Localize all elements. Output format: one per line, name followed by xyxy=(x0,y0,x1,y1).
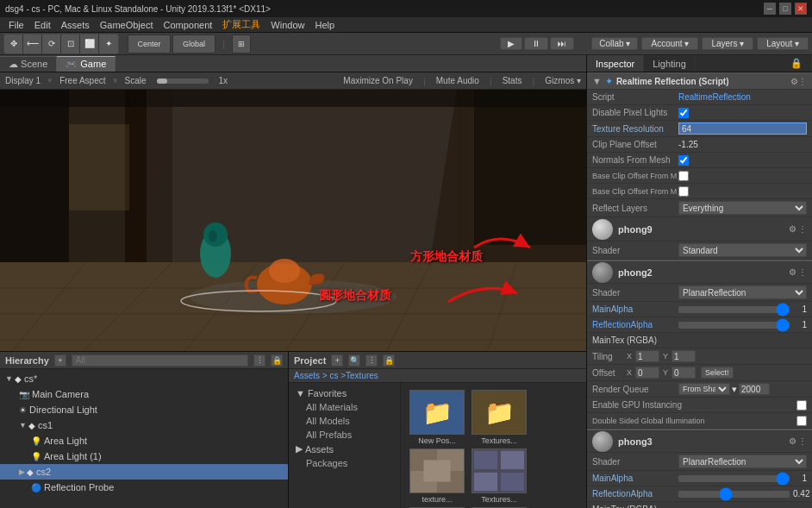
assets-folder[interactable]: ▶ Assets xyxy=(289,442,400,456)
phong3-shader-dropdown[interactable]: PlanarReflection xyxy=(678,455,807,468)
tab-inspector[interactable]: Inspector xyxy=(587,55,644,72)
all-prefabs-item[interactable]: All Prefabs xyxy=(289,428,400,442)
step-button[interactable]: ⏭ xyxy=(550,37,574,50)
close-button[interactable]: ✕ xyxy=(795,3,807,15)
phong2-tiling-x[interactable] xyxy=(635,350,659,362)
phong2-doublesided-checkbox[interactable] xyxy=(796,416,807,426)
aspect-dropdown[interactable]: Free Aspect xyxy=(59,76,105,85)
phong9-shader-dropdown[interactable]: Standard xyxy=(678,243,807,257)
phong2-shader-dropdown[interactable]: PlanarReflection xyxy=(678,285,807,299)
base-clip2-checkbox[interactable] xyxy=(678,186,689,197)
play-button[interactable]: ▶ xyxy=(500,37,522,50)
normals-checkbox[interactable] xyxy=(678,155,689,166)
center-button[interactable]: Center xyxy=(128,34,171,53)
hierarchy-title: Hierarchy xyxy=(5,355,49,366)
phong2-settings-icon[interactable]: ⚙ xyxy=(789,267,796,277)
phong2-reflection-alpha-slider[interactable] xyxy=(678,322,790,329)
reflect-layers-dropdown[interactable]: Everything xyxy=(678,201,807,215)
layout-button[interactable]: Layout ▾ xyxy=(757,37,809,50)
phong3-dots-icon[interactable]: ⋮ xyxy=(798,436,807,446)
stats-btn[interactable]: Stats xyxy=(503,76,522,85)
favorites-folder[interactable]: ▼ Favorites xyxy=(289,386,400,400)
menu-assets[interactable]: Assets xyxy=(56,17,95,33)
phong3-reflection-alpha-slider[interactable] xyxy=(678,491,790,498)
gizmos-btn[interactable]: Gizmos ▾ xyxy=(545,76,581,85)
hierarchy-item[interactable]: 📷 Main Camera xyxy=(0,386,288,402)
mute-audio-btn[interactable]: Mute Audio xyxy=(436,76,479,85)
collab-button[interactable]: Collab ▾ xyxy=(591,37,638,50)
phong2-render-queue-value[interactable] xyxy=(739,383,770,395)
snap-button[interactable]: ⊞ xyxy=(232,34,251,53)
account-button[interactable]: Account ▾ xyxy=(641,37,698,50)
packages-folder[interactable]: Packages xyxy=(289,456,400,470)
tab-game[interactable]: 🎮 Game xyxy=(57,56,116,72)
all-materials-item[interactable]: All Materials xyxy=(289,400,400,414)
phong2-tiling-y[interactable] xyxy=(671,350,696,362)
tool-rotate[interactable]: ⟳ xyxy=(42,34,61,53)
tool-transform[interactable]: ✦ xyxy=(99,34,118,53)
hierarchy-item[interactable]: ☀ Directional Light xyxy=(0,402,288,417)
phong2-dots-icon[interactable]: ⋮ xyxy=(798,267,807,277)
asset-item[interactable]: 📁 New Pos... xyxy=(408,390,466,445)
hierarchy-item[interactable]: ▼ ◆ cs* xyxy=(0,371,288,386)
asset-item[interactable]: texture... xyxy=(408,448,466,504)
asset-item[interactable]: Textures... xyxy=(470,448,528,504)
menu-component[interactable]: Component xyxy=(158,17,217,33)
disable-pixel-checkbox[interactable] xyxy=(678,108,689,118)
pause-button[interactable]: ⏸ xyxy=(524,37,548,50)
project-lock-button[interactable]: 🔒 xyxy=(383,354,395,367)
tool-move[interactable]: ⟵ xyxy=(23,34,42,53)
minimize-button[interactable]: ─ xyxy=(764,3,776,15)
menu-edit[interactable]: Edit xyxy=(29,17,56,33)
base-clip1-checkbox[interactable] xyxy=(678,171,689,181)
asset-item[interactable]: 📁 Textures... xyxy=(470,390,528,445)
material-dots-icon[interactable]: ⋮ xyxy=(798,224,807,234)
menu-window[interactable]: Window xyxy=(265,17,309,33)
menu-extension[interactable]: 扩展工具 xyxy=(217,17,265,33)
menu-help[interactable]: Help xyxy=(309,17,340,33)
project-search-button[interactable]: 🔍 xyxy=(348,354,360,367)
all-models-item[interactable]: All Models xyxy=(289,414,400,428)
phong2-select-button[interactable]: Select! xyxy=(701,367,734,379)
tab-scene[interactable]: ☁ Scene xyxy=(0,56,57,72)
phong3-settings-icon[interactable]: ⚙ xyxy=(789,436,796,446)
phong2-offset-row: Offset X Y Select! xyxy=(587,365,812,381)
hierarchy-item[interactable]: ▶ ◆ cs2 xyxy=(0,464,288,480)
tool-scale[interactable]: ⊡ xyxy=(61,34,80,53)
menu-file[interactable]: File xyxy=(3,17,29,33)
hierarchy-lock-button[interactable]: 🔒 xyxy=(271,354,283,367)
hierarchy-item[interactable]: 💡 Area Light xyxy=(0,433,288,448)
hierarchy-item[interactable]: 🔵 Reflection Probe xyxy=(0,480,288,495)
phong2-gpu-checkbox[interactable] xyxy=(796,400,807,411)
hierarchy-item[interactable]: 💡 Area Light (1) xyxy=(0,448,288,464)
phong2-offset-y[interactable] xyxy=(671,367,696,379)
project-add-button[interactable]: + xyxy=(331,354,343,367)
maximize-play-btn[interactable]: Maximize On Play xyxy=(343,76,413,85)
phong2-main-alpha-slider[interactable] xyxy=(678,306,790,313)
texture-resolution-input[interactable] xyxy=(678,122,807,135)
phong2-offset-x[interactable] xyxy=(635,367,659,379)
tab-lighting[interactable]: Lighting xyxy=(644,55,696,72)
hierarchy-add-button[interactable]: + xyxy=(54,354,66,367)
realtime-reflection-header[interactable]: ▼ ✦ Realtime Reflection (Script) ⚙ ⋮ xyxy=(587,72,812,90)
material-settings-icon[interactable]: ⚙ xyxy=(789,224,796,234)
component-menu-icon[interactable]: ⚙ xyxy=(790,77,798,86)
base-clip1-row: Base Clip Offset From M xyxy=(587,168,812,184)
lock-inspector-button[interactable]: 🔒 xyxy=(782,55,812,72)
phong2-render-queue-dropdown[interactable]: From Shader xyxy=(678,383,730,395)
tool-hand[interactable]: ✥ xyxy=(4,34,23,53)
project-menu-button[interactable]: ⋮ xyxy=(365,354,378,367)
maximize-button[interactable]: □ xyxy=(779,3,791,15)
hierarchy-menu-button[interactable]: ⋮ xyxy=(253,354,265,367)
display-dropdown[interactable]: Display 1 xyxy=(5,76,41,85)
hierarchy-search[interactable] xyxy=(72,354,248,367)
game-toolbar: Display 1 ▾ Free Aspect ▾ Scale 1x Maxim… xyxy=(0,72,586,90)
tool-rect[interactable]: ⬜ xyxy=(80,34,99,53)
hierarchy-item[interactable]: ▼ ◆ cs1 xyxy=(0,417,288,433)
layers-button[interactable]: Layers ▾ xyxy=(702,37,753,50)
texture-res-row: Texture Resolution xyxy=(587,121,812,137)
component-dots-icon[interactable]: ⋮ xyxy=(798,77,807,86)
menu-gameobject[interactable]: GameObject xyxy=(95,17,159,33)
global-button[interactable]: Global xyxy=(172,34,215,53)
phong3-main-alpha-slider[interactable] xyxy=(678,475,790,482)
